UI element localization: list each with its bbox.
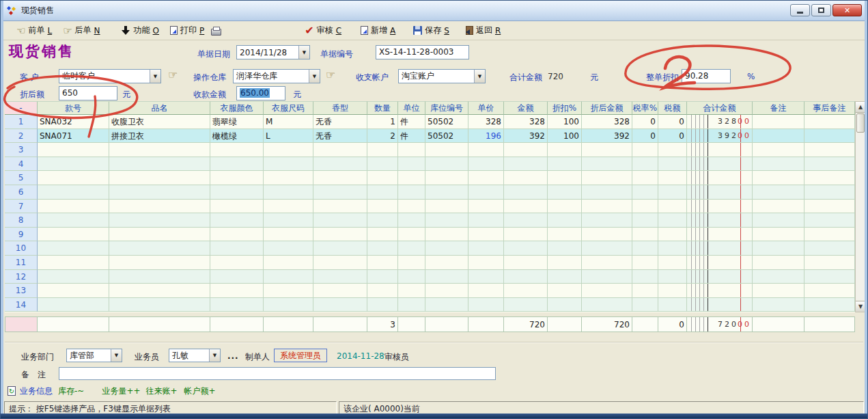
cell-post_remark[interactable] [804,228,855,242]
cell-size[interactable]: M [264,115,313,129]
cell-style_no[interactable] [38,228,109,242]
cell-total[interactable] [687,256,753,270]
cell-remark[interactable] [753,284,804,298]
cell-scent[interactable] [313,284,367,298]
cell-total[interactable] [687,213,753,228]
cell-amount[interactable] [504,298,548,312]
col-header-color[interactable]: 衣服颜色 [210,101,264,115]
cell-qty[interactable] [367,143,398,157]
cell-remark[interactable] [753,228,804,242]
cell-amount[interactable] [504,241,548,256]
cell-disc_amount[interactable] [582,143,632,157]
scroll-down-icon[interactable]: ▼ [856,301,865,312]
cell-unit[interactable]: 件 [398,115,425,129]
cell-loc[interactable] [425,157,468,172]
cell-amount[interactable] [504,200,548,214]
cell-tax[interactable] [658,157,687,172]
scroll-up-icon[interactable]: ▲ [856,102,865,113]
cell-disc[interactable] [548,270,582,284]
cell-disc_amount[interactable] [582,256,632,270]
cell-remark[interactable] [753,213,804,228]
cell-style_no[interactable]: SNA032 [38,115,109,129]
cell-post_remark[interactable] [804,270,855,284]
cell-post_remark[interactable] [804,298,855,312]
cell-qty[interactable] [367,200,398,214]
cell-name[interactable] [109,143,210,157]
cell-tax_rate[interactable]: 0 [632,129,658,144]
cell-scent[interactable] [313,256,367,270]
cell-loc[interactable] [425,213,468,228]
chevron-down-icon[interactable]: ▼ [150,70,160,83]
cell-qty[interactable] [367,171,398,185]
cell-price[interactable] [468,171,504,185]
cell-disc_amount[interactable] [582,185,632,200]
cell-remark[interactable] [753,129,804,144]
table-row[interactable]: 14 [5,298,855,312]
cell-remark[interactable] [753,157,804,172]
received-amount-input[interactable]: 650.00 [236,86,285,100]
cell-disc[interactable] [548,298,582,312]
cell-price[interactable]: 196 [468,129,504,144]
cell-remark[interactable] [753,270,804,284]
cell-disc[interactable] [548,185,582,200]
cell-remark[interactable] [753,298,804,312]
cell-total[interactable]: 72000 [687,316,753,332]
table-row[interactable]: 1SNA032收腹卫衣翡翠绿M无香1件505023283281003280032… [5,115,855,129]
cell-scent[interactable]: 无香 [313,129,367,144]
cell-scent[interactable] [313,316,367,332]
cell-tax_rate[interactable] [632,157,658,172]
cell-name[interactable] [109,298,210,312]
cell-qty[interactable] [367,213,398,228]
table-row[interactable]: 10 [5,241,855,256]
cell-size[interactable] [264,298,313,312]
cell-color[interactable]: 翡翠绿 [210,115,264,129]
cell-tax[interactable] [658,213,687,228]
cell-unit[interactable] [398,171,425,185]
cell-loc[interactable] [425,228,468,242]
cell-tax[interactable] [658,143,687,157]
cell-price[interactable] [468,241,504,256]
cell-idx[interactable]: 2 [5,129,38,144]
cell-amount[interactable] [504,256,548,270]
cell-color[interactable] [210,185,264,200]
cell-style_no[interactable] [38,143,109,157]
cell-post_remark[interactable] [804,284,855,298]
cell-name[interactable] [109,200,210,214]
cell-unit[interactable] [398,241,425,256]
table-row[interactable]: 3 [5,143,855,157]
cell-disc[interactable]: 100 [548,115,582,129]
cell-loc[interactable]: 50502 [425,115,468,129]
cell-name[interactable] [109,270,210,284]
table-row[interactable]: 7 [5,200,855,214]
cell-style_no[interactable] [38,200,109,214]
cell-idx[interactable]: 4 [5,157,38,172]
cell-loc[interactable] [425,284,468,298]
cell-amount[interactable] [504,185,548,200]
cell-name[interactable] [109,284,210,298]
cell-unit[interactable] [398,213,425,228]
cell-color[interactable] [210,316,264,332]
cell-style_no[interactable] [38,298,109,312]
table-row[interactable]: 9 [5,228,855,242]
cell-disc[interactable] [548,171,582,185]
functions-button[interactable]: 功能O [122,25,159,36]
col-header-loc[interactable]: 库位编号 [425,101,468,115]
volume-link[interactable]: 业务量++ [102,386,140,397]
chevron-down-icon[interactable]: ▼ [474,70,485,83]
cell-unit[interactable] [398,143,425,157]
cell-price[interactable] [468,284,504,298]
cell-tax[interactable]: 0 [658,129,687,144]
cell-disc_amount[interactable] [582,213,632,228]
cell-color[interactable] [210,256,264,270]
cell-idx[interactable]: 12 [5,270,38,284]
cell-qty[interactable]: 1 [367,115,398,129]
col-header-tax[interactable]: 税额 [658,101,687,115]
cell-unit[interactable] [398,256,425,270]
cell-size[interactable] [264,185,313,200]
cell-post_remark[interactable] [804,200,855,214]
cell-disc[interactable] [548,284,582,298]
cell-tax[interactable] [658,185,687,200]
cell-name[interactable] [109,228,210,242]
cell-idx[interactable]: 3 [5,143,38,157]
cell-price[interactable] [468,213,504,228]
